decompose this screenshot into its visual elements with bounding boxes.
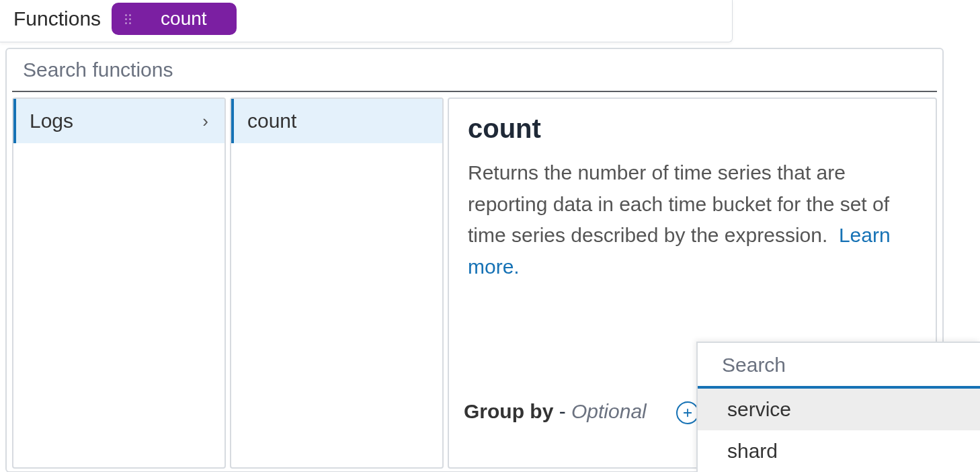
- function-column: count: [230, 97, 444, 469]
- popover-item-service[interactable]: service: [698, 389, 980, 430]
- drag-handle-icon[interactable]: [125, 14, 131, 24]
- popover-search-row: [698, 343, 980, 389]
- detail-description-text: Returns the number of time series that a…: [468, 161, 889, 246]
- functions-header: Functions count: [0, 0, 733, 42]
- category-column: Logs ›: [12, 97, 226, 469]
- group-by-popover: service shard: [696, 342, 980, 472]
- group-by-row: Group by - Optional: [464, 400, 647, 423]
- search-functions-input[interactable]: [23, 58, 926, 81]
- active-function-chip[interactable]: count: [112, 3, 237, 35]
- detail-description: Returns the number of time series that a…: [468, 157, 917, 282]
- chevron-right-icon: ›: [202, 111, 208, 132]
- group-by-label-text: Group by: [464, 400, 553, 422]
- add-group-by-button[interactable]: [676, 401, 699, 424]
- chip-label: count: [161, 8, 207, 30]
- function-item-count[interactable]: count: [231, 99, 442, 143]
- category-item-logs[interactable]: Logs ›: [13, 99, 224, 143]
- group-by-label: Group by - Optional: [464, 400, 647, 423]
- group-by-optional: Optional: [571, 400, 647, 422]
- function-label: count: [247, 110, 296, 132]
- category-label: Logs: [30, 110, 73, 132]
- group-by-dash: -: [553, 400, 571, 422]
- search-row: [12, 49, 937, 92]
- popover-search-input[interactable]: [722, 354, 977, 377]
- functions-label: Functions: [13, 7, 101, 30]
- plus-icon: [682, 407, 694, 419]
- popover-item-shard[interactable]: shard: [698, 430, 980, 472]
- detail-title: count: [468, 114, 917, 144]
